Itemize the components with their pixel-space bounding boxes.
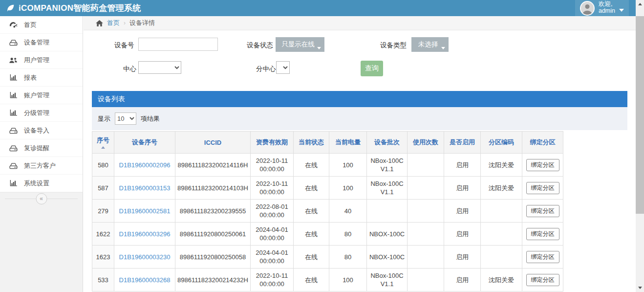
- sidebar-item-label: 设备导入: [24, 126, 49, 135]
- sort-asc-icon: [101, 146, 105, 149]
- table-row: 279 D1B19600002581 8986111823200239555 2…: [92, 200, 563, 223]
- scroll-up-icon[interactable]: [636, 0, 644, 8]
- cell-enabled: 启用: [444, 177, 481, 200]
- device-serial-link[interactable]: D1B19600002096: [119, 161, 171, 169]
- col-header-status[interactable]: 当前状态: [294, 132, 329, 154]
- col-header-battery[interactable]: 当前电量: [329, 132, 367, 154]
- scroll-down-icon[interactable]: [636, 284, 644, 292]
- bar-chart-icon: [9, 109, 18, 117]
- panel-title: 设备列表: [92, 91, 627, 107]
- cell-serial: D1B19600003296: [114, 223, 175, 246]
- bind-partition-button[interactable]: 绑定分区: [526, 205, 559, 217]
- scrollbar-thumb[interactable]: [636, 16, 644, 214]
- col-header-bind[interactable]: 绑定分区: [522, 132, 563, 154]
- device-no-input[interactable]: [138, 38, 218, 51]
- cell-battery: 100: [329, 154, 367, 177]
- cell-status: 在线: [294, 154, 329, 177]
- cell-seq: 1622: [92, 223, 114, 246]
- device-serial-link[interactable]: D1B19600003153: [119, 184, 171, 192]
- sidebar-item-third-party[interactable]: 第三方客户: [0, 157, 83, 175]
- cell-batch: NBOX-100C: [367, 246, 408, 269]
- cell-battery: 80: [329, 223, 367, 246]
- hdd-icon: [9, 39, 18, 46]
- cell-status: 在线: [294, 223, 329, 246]
- page-size-select[interactable]: 10: [115, 112, 136, 125]
- vertical-scrollbar[interactable]: [636, 0, 644, 292]
- device-table: 序号 设备序号 ICCID 资费有效期 当前状态 当前电量 设备批次 使用次数 …: [92, 131, 563, 292]
- bind-partition-button[interactable]: 绑定分区: [526, 274, 559, 286]
- subcenter-select[interactable]: [276, 61, 290, 74]
- brand: iCOMPANION智能药盒管理系统: [6, 0, 141, 16]
- sidebar-item-revisit-reminder[interactable]: 复诊提醒: [0, 139, 83, 157]
- cell-serial: D1B19600002096: [114, 154, 175, 177]
- cell-partition: 沈阳关爱: [481, 154, 522, 177]
- cell-partition: [481, 246, 522, 269]
- col-header-serial[interactable]: 设备序号: [114, 132, 175, 154]
- cell-batch: NBox-100C V1.1: [367, 177, 408, 200]
- sidebar-item-level-mgmt[interactable]: 分级管理: [0, 104, 83, 122]
- sidebar-item-reports[interactable]: 报表: [0, 69, 83, 87]
- welcome-text: 欢迎,: [599, 0, 615, 7]
- cell-serial: D1B19600003268: [114, 269, 175, 292]
- device-type-dropdown[interactable]: 未选择: [411, 37, 449, 52]
- bind-partition-button[interactable]: 绑定分区: [526, 228, 559, 240]
- cell-iccid: 8986111823200239555: [175, 200, 251, 223]
- main-content: 设备号 设备状态 只显示在线 设备类型 未选择 中心 分中心 查询 设备列表 显…: [84, 30, 636, 292]
- cell-expiry: 2024-04-0100:00:00: [251, 246, 294, 269]
- cell-usage: [408, 223, 444, 246]
- device-status-value: 只显示在线: [281, 41, 315, 48]
- breadcrumb: 首页 › 设备详情: [84, 16, 636, 30]
- breadcrumb-home-link[interactable]: 首页: [107, 19, 120, 27]
- sidebar-item-user-mgmt[interactable]: 用户管理: [0, 51, 83, 69]
- cell-status: 在线: [294, 246, 329, 269]
- bind-partition-button[interactable]: 绑定分区: [526, 159, 559, 171]
- center-select[interactable]: [138, 61, 181, 74]
- cell-enabled: 启用: [444, 154, 481, 177]
- col-header-seq[interactable]: 序号: [92, 132, 114, 154]
- col-header-partition[interactable]: 分区编码: [481, 132, 522, 154]
- col-header-batch[interactable]: 设备批次: [367, 132, 408, 154]
- table-row: 580 D1B19600002096 8986111823200214116H …: [92, 154, 563, 177]
- device-serial-link[interactable]: D1B19600003230: [119, 253, 171, 261]
- sidebar-item-account-mgmt[interactable]: 账户管理: [0, 87, 83, 104]
- center-label: 中心: [123, 65, 136, 73]
- home-icon: [96, 20, 103, 26]
- col-header-enabled[interactable]: 是否启用: [444, 132, 481, 154]
- cell-usage: [408, 246, 444, 269]
- bind-partition-button[interactable]: 绑定分区: [526, 251, 559, 263]
- results-label: 项结果: [141, 114, 160, 123]
- cell-bind: 绑定分区: [522, 269, 563, 292]
- sidebar-collapse-icon[interactable]: «: [36, 193, 47, 204]
- device-serial-link[interactable]: D1B19600003296: [119, 230, 171, 238]
- cell-bind: 绑定分区: [522, 154, 563, 177]
- bind-partition-button[interactable]: 绑定分区: [526, 182, 559, 194]
- cell-enabled: 启用: [444, 246, 481, 269]
- device-serial-link[interactable]: D1B19600002581: [119, 207, 171, 215]
- cell-partition: 沈阳关爱: [481, 177, 522, 200]
- col-header-expiry[interactable]: 资费有效期: [251, 132, 294, 154]
- device-status-dropdown[interactable]: 只显示在线: [276, 37, 324, 52]
- app-window: iCOMPANION智能药盒管理系统 欢迎, admin 首页 设备管理: [0, 0, 644, 292]
- cell-expiry: 2022-08-0100:00:00: [251, 200, 294, 223]
- sidebar-item-label: 用户管理: [24, 56, 49, 65]
- col-header-usage[interactable]: 使用次数: [408, 132, 444, 154]
- cell-seq: 533: [92, 269, 114, 292]
- sidebar-item-device-import[interactable]: 设备导入: [0, 122, 83, 139]
- sidebar-item-label: 账户管理: [24, 91, 49, 100]
- table-row: 587 D1B19600003153 8986111823200214103H …: [92, 177, 563, 200]
- col-header-iccid[interactable]: ICCID: [175, 132, 251, 154]
- sidebar-item-device-mgmt[interactable]: 设备管理: [0, 34, 83, 51]
- sidebar-item-home[interactable]: 首页: [0, 16, 83, 34]
- search-button[interactable]: 查询: [361, 61, 383, 76]
- table-row: 533 D1B19600003268 8986111823200214232H …: [92, 269, 563, 292]
- sidebar-item-system-settings[interactable]: 系统设置: [0, 175, 83, 192]
- user-menu[interactable]: 欢迎, admin: [575, 0, 629, 16]
- show-label: 显示: [98, 114, 110, 123]
- sidebar-item-label: 分级管理: [24, 109, 49, 117]
- bar-chart-icon: [9, 74, 18, 82]
- cell-serial: D1B19600003153: [114, 177, 175, 200]
- sidebar-item-label: 系统设置: [24, 179, 49, 188]
- cell-batch: NBox-100C V1.1: [367, 269, 408, 292]
- device-serial-link[interactable]: D1B19600003268: [119, 276, 171, 284]
- sidebar-collapse-row: «: [0, 192, 83, 205]
